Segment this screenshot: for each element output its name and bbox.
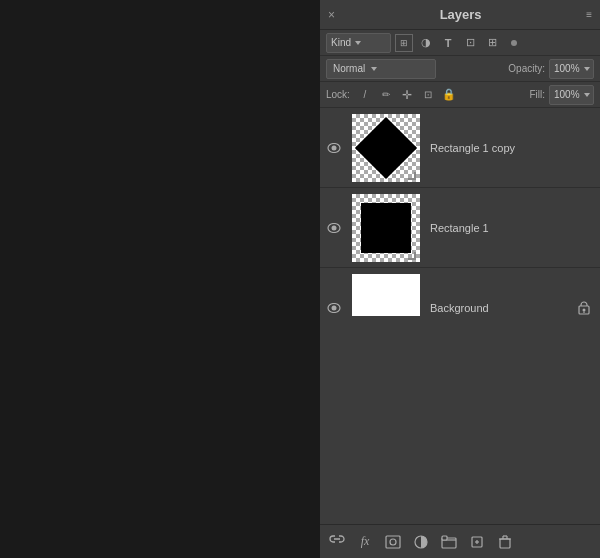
svg-point-3 [332, 225, 337, 230]
lock-transparent-icon[interactable]: / [356, 86, 374, 104]
new-adjustment-layer-icon[interactable] [410, 531, 432, 553]
lock-label: Lock: [326, 89, 350, 100]
layer-thumbnail [352, 114, 420, 182]
svg-rect-13 [442, 536, 447, 540]
new-layer-icon[interactable] [466, 531, 488, 553]
new-group-icon[interactable] [438, 531, 460, 553]
layer-item[interactable]: Rectangle 1 copy [320, 108, 600, 188]
blend-chevron-icon [371, 67, 377, 71]
panel-title: Layers [440, 7, 482, 22]
add-mask-icon[interactable] [382, 531, 404, 553]
panel-spacer [320, 316, 600, 524]
filter-circle-icon[interactable] [505, 34, 523, 52]
layer-item[interactable]: Background [320, 268, 600, 316]
svg-rect-9 [386, 536, 400, 548]
layer-fx-icon[interactable]: fx [354, 531, 376, 553]
kind-row: Kind ⊞ ◑ T ⊡ ⊞ [320, 30, 600, 56]
layers-panel: × Layers ≡ Kind ⊞ ◑ T ⊡ ⊞ Normal Opacity… [320, 0, 600, 558]
opacity-chevron-icon [584, 67, 590, 71]
layer-name: Rectangle 1 [424, 222, 600, 234]
opacity-input[interactable]: 100% [549, 59, 594, 79]
lock-row: Lock: / ✏ ✛ ⊡ 🔒 Fill: 100% [320, 82, 600, 108]
kind-dropdown[interactable]: Kind [326, 33, 391, 53]
layer-name: Background [424, 302, 574, 314]
header-left-icons: × [328, 8, 335, 22]
panel-menu-icon[interactable]: ≡ [586, 9, 592, 20]
layers-list: Rectangle 1 copy Rectangle 1 [320, 108, 600, 316]
svg-point-1 [332, 145, 337, 150]
fx-label: fx [361, 534, 370, 549]
lock-all-icon[interactable]: 🔒 [440, 86, 458, 104]
kind-chevron-icon [355, 41, 361, 45]
layer-visibility-icon[interactable] [320, 223, 348, 233]
layer-visibility-icon[interactable] [320, 303, 348, 313]
layer-visibility-icon[interactable] [320, 143, 348, 153]
svg-rect-17 [500, 539, 510, 548]
lock-image-icon[interactable]: ✏ [377, 86, 395, 104]
filter-icons: ⊞ ◑ T ⊡ ⊞ [395, 34, 523, 52]
layer-lock-icon [574, 301, 594, 315]
lock-icons: / ✏ ✛ ⊡ 🔒 [356, 86, 458, 104]
opacity-label: Opacity: [508, 63, 545, 74]
resize-handle-icon [408, 252, 416, 260]
svg-point-5 [332, 305, 337, 310]
opacity-group: Opacity: 100% [508, 59, 594, 79]
layer-name: Rectangle 1 copy [424, 142, 600, 154]
kind-label: Kind [331, 37, 351, 48]
fill-value: 100% [554, 89, 580, 100]
close-icon[interactable]: × [328, 8, 335, 22]
layer-thumbnail [352, 274, 420, 317]
layer-item[interactable]: Rectangle 1 [320, 188, 600, 268]
lock-artboard-icon[interactable]: ⊡ [419, 86, 437, 104]
blend-row: Normal Opacity: 100% [320, 56, 600, 82]
resize-handle-icon [408, 172, 416, 180]
opacity-value: 100% [554, 63, 580, 74]
blend-mode-label: Normal [333, 63, 365, 74]
fill-chevron-icon [584, 93, 590, 97]
filter-type-icon[interactable]: T [439, 34, 457, 52]
link-layers-icon[interactable] [326, 531, 348, 553]
svg-point-10 [390, 539, 396, 545]
layer-thumbnail [352, 194, 420, 262]
fill-input[interactable]: 100% [549, 85, 594, 105]
filter-adjust-icon[interactable]: ◑ [417, 34, 435, 52]
panel-header: × Layers ≡ [320, 0, 600, 30]
lock-position-icon[interactable]: ✛ [398, 86, 416, 104]
filter-shape-icon[interactable]: ⊡ [461, 34, 479, 52]
bottom-toolbar: fx [320, 524, 600, 558]
fill-group: Fill: 100% [529, 85, 594, 105]
fill-label: Fill: [529, 89, 545, 100]
blend-mode-dropdown[interactable]: Normal [326, 59, 436, 79]
filter-smartobj-icon[interactable]: ⊞ [483, 34, 501, 52]
filter-pixel-icon[interactable]: ⊞ [395, 34, 413, 52]
svg-point-7 [583, 308, 586, 311]
delete-layer-icon[interactable] [494, 531, 516, 553]
canvas-area [0, 0, 320, 558]
